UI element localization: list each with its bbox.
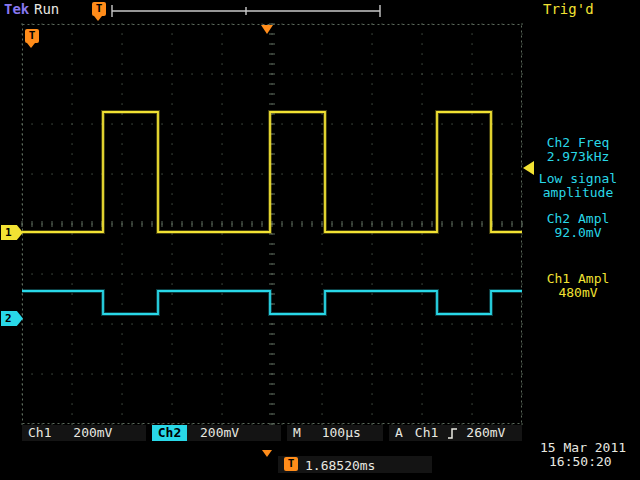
timebase-readout: M 100µs [287,425,383,441]
ch1-scale: 200mV [73,425,112,440]
ch1-ampl-value: 480mV [518,285,638,300]
warning-line2: amplitude [518,185,638,200]
timebase-label: M [293,425,301,440]
ch2-scale: 200mV [200,425,239,440]
acquisition-status: Run [34,1,59,17]
date-display: 15 Mar 2011 [540,440,626,455]
ch2-freq-value: 2.973kHz [518,149,638,164]
time-display: 16:50:20 [549,454,612,469]
delay-position-marker [262,450,272,457]
ch2-ampl-label: Ch2 Ampl [518,211,638,226]
ch1-ampl-label: Ch1 Ampl [518,271,638,286]
trigger-status: Trig'd [543,1,594,17]
delay-value: 1.68520ms [305,458,375,473]
ch2-scale-readout: 200mV [187,425,281,441]
rising-edge-icon [447,427,458,440]
ch2-freq-label: Ch2 Freq [518,135,638,150]
oscilloscope-screen: Tek Run T Trig'd T 1 2 Ch2 Freq 2.973kHz… [0,0,640,480]
trigger-position-marker [261,25,273,34]
timebase-value: 100µs [322,425,361,440]
graticule-and-traces [0,0,640,480]
delay-marker-icon: T [284,457,298,471]
trigger-source: Ch1 [415,425,438,441]
warning-line1: Low signal [518,171,638,186]
tek-logo: Tek [4,1,29,17]
record-trigger-flag-icon: T [92,2,106,16]
trigger-level: 260mV [466,425,505,441]
trigger-mode-label: A [395,425,403,441]
ch1-scale-readout: Ch1 200mV [22,425,146,441]
trigger-readout: A Ch1 260mV [389,425,522,441]
ch2-label-chip: Ch2 [152,425,187,441]
ch1-label: Ch1 [28,425,51,440]
trigger-time-marker-icon: T [25,29,39,43]
ch2-ampl-value: 92.0mV [518,225,638,240]
